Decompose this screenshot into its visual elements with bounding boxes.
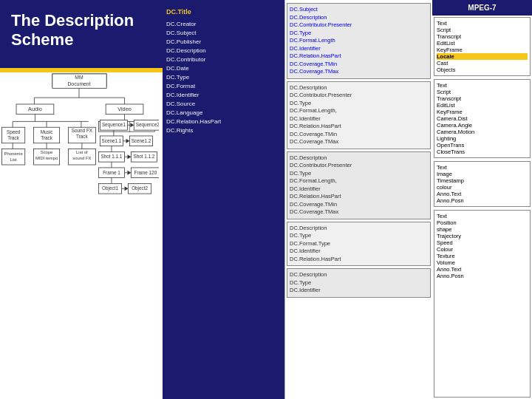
locale-item: Locale [437, 53, 528, 60]
mpeg-field: DC.Type [290, 232, 428, 240]
mpeg-right-item: colour [437, 184, 528, 191]
tree-panel: MM Document MM Document Audio Video Spee… [0, 72, 163, 399]
mpeg-block-4: DC.Description DC.Type DC.Format.Type DC… [287, 222, 431, 267]
dc-identifier: DC.Identifier [166, 91, 281, 100]
mpeg-field: DC.Coverage.TMin [290, 201, 428, 209]
svg-text:List: List [10, 157, 17, 162]
mpeg-right-block-3: Text Image Timestamp colour Anno.Text An… [434, 161, 531, 207]
mpeg-field: DC.Coverage.TMax [290, 138, 428, 146]
mpeg-field: DC.Relation.HasPart [290, 52, 428, 61]
mpeg-field: DC.Description [290, 225, 428, 233]
mpeg-right-item: Texture [437, 253, 528, 259]
mpeg-right-block-2: Text Script Transcript EditList KeyFrame… [434, 79, 531, 158]
mpeg-right-item: Camera.Angle [437, 122, 528, 129]
mpeg-field: DC.Description [290, 271, 428, 279]
svg-marker-56 [126, 139, 130, 143]
svg-text:Video: Video [117, 106, 132, 112]
svg-text:Scene1.2: Scene1.2 [132, 138, 151, 143]
mpeg-right-item: Text [437, 164, 528, 171]
svg-text:Scene1.1: Scene1.1 [102, 138, 122, 143]
mpeg-block-3: DC.Description DC.Contributor.Presenter … [287, 151, 431, 219]
title-line1: The Description [11, 11, 151, 30]
title-area: The Description Scheme [0, 0, 163, 58]
mpeg-field: DC.Contributor.Presenter [290, 162, 428, 170]
mpeg-right-item: Objects [437, 66, 528, 73]
dc-description: DC.Description [166, 47, 281, 55]
mpeg-field: DC.Type [290, 170, 428, 178]
mpeg-right-item: Text [437, 213, 528, 219]
mpeg-field: DC.Identifier [290, 185, 428, 194]
dc-title: DC.Title [166, 7, 281, 18]
mpeg-right-item: CloseTrans [437, 149, 528, 155]
mpeg-field: DC.Coverage.TMin [290, 61, 428, 69]
mpeg-right-item: Camera.Motion [437, 129, 528, 135]
mpeg-field: DC.Description [290, 84, 428, 92]
dc-rights: DC.Rights [166, 126, 281, 135]
dc-language: DC.Language [166, 109, 281, 117]
dc-publisher: DC.Publisher [166, 38, 281, 47]
mpeg-field: DC.Type [290, 30, 428, 38]
mpeg-field: DC.Type [290, 279, 428, 287]
dc-source: DC.Source [166, 100, 281, 109]
mpeg-field: DC.Identifier [290, 45, 428, 53]
mpeg-block-1: DC.Subject DC.Description DC.Contributor… [287, 3, 431, 79]
mpeg-field: DC.Identifier [290, 287, 428, 295]
lighting-item: Lighting [437, 135, 528, 142]
svg-text:Phoneme: Phoneme [4, 151, 23, 156]
mpeg-right-block-4: Text Position shape Trajectory Speed Col… [434, 210, 531, 398]
dc-type: DC.Type [166, 73, 281, 82]
svg-text:Frame 120: Frame 120 [134, 170, 157, 175]
mpeg-right-item: Anno.Posn [437, 197, 528, 204]
mpeg-right-item: Colour [437, 246, 528, 253]
mpeg-right-item: KeyFrame [437, 47, 528, 53]
mpeg-field: DC.Description [290, 154, 428, 163]
mpeg-right-item: Script [437, 27, 528, 33]
svg-text:Audio: Audio [28, 106, 42, 112]
svg-text:Track: Track [76, 134, 88, 139]
mpeg-field: DC.Subject [290, 6, 428, 14]
mpeg-right-item: EditList [437, 102, 528, 109]
mpeg-field: DC.Contributor.Presenter [290, 92, 428, 100]
mpeg-right-item: Image [437, 171, 528, 177]
mpeg-right-item: Transcript [437, 95, 528, 102]
mpeg-right-item: Text [437, 82, 528, 89]
svg-text:Frame 1: Frame 1 [103, 170, 120, 175]
mpeg-right-block-1: Text Script Transcript EditList KeyFrame… [434, 17, 531, 76]
mpeg-field: DC.Coverage.TMax [290, 68, 428, 76]
mpeg-blocks-column: DC.Subject DC.Description DC.Contributor… [284, 0, 432, 399]
dc-format: DC.Format [166, 82, 281, 91]
svg-text:Object1: Object1 [102, 185, 118, 191]
mpeg-field: DC.Relation.HasPart [290, 256, 428, 264]
svg-text:Shot 1.1.1: Shot 1.1.1 [101, 154, 123, 159]
dc-date: DC.Date [166, 64, 281, 73]
svg-marker-77 [125, 186, 129, 191]
mpeg-field: DC.Format.Length, [290, 107, 428, 115]
mpeg-labels-column: MPEG-7 Text Script Transcript EditList K… [432, 0, 532, 399]
mpeg-field: DC.Relation.HasPart [290, 193, 428, 201]
svg-marker-70 [127, 171, 131, 175]
svg-text:Music: Music [41, 129, 53, 134]
svg-text:MIDI tempo: MIDI tempo [35, 156, 58, 160]
svg-text:Shot 1.1.2: Shot 1.1.2 [133, 154, 154, 159]
svg-text:Object2: Object2 [132, 185, 148, 191]
mpeg-right-item: OpenTrans [437, 142, 528, 149]
mpeg-right-item: Anno.Text [437, 266, 528, 273]
mpeg-field: DC.Identifier [290, 115, 428, 123]
mpeg-field: DC.Type [290, 100, 428, 108]
mpeg-field: DC.Relation.HasPart [290, 123, 428, 131]
mpeg-block-2: DC.Description DC.Contributor.Presenter … [287, 81, 431, 149]
svg-text:sound FX: sound FX [72, 156, 91, 160]
mpeg-right-item: Speed [437, 239, 528, 246]
svg-text:Sequence2: Sequence2 [136, 122, 159, 128]
mpeg-block-5: DC.Description DC.Type DC.Identifier [287, 268, 431, 298]
svg-text:Track: Track [7, 135, 19, 140]
mpeg-section: DC.Subject DC.Description DC.Contributor… [284, 0, 532, 399]
mpeg-right-item: Trajectory [437, 233, 528, 239]
mpeg-field: DC.Coverage.TMax [290, 208, 428, 216]
mpeg-right-item: EditList [437, 40, 528, 47]
dc-panel: DC.Title DC.Creator DC.Subject DC.Publis… [163, 0, 284, 399]
dc-relation-haspart: DC.Relation.HasPart [166, 117, 281, 126]
mpeg-right-item: Anno.Posn [437, 273, 528, 279]
mpeg-right-item: Text [437, 20, 528, 27]
dc-creator: DC.Creator [166, 20, 281, 29]
